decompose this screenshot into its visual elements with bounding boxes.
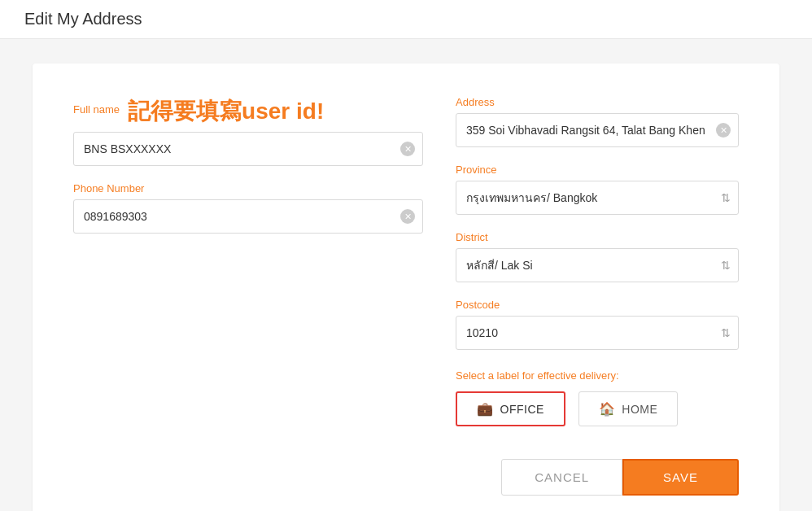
fullname-clear-icon[interactable]: ✕ — [400, 142, 415, 156]
fullname-input[interactable] — [73, 132, 423, 166]
save-button[interactable]: SAVE — [622, 459, 739, 496]
postcode-select[interactable]: 10210 — [456, 316, 739, 350]
phone-clear-icon[interactable]: ✕ — [400, 209, 415, 224]
delivery-label-title: Select a label for effective delivery: — [456, 369, 739, 382]
office-icon: 💼 — [477, 401, 494, 417]
province-label: Province — [456, 164, 739, 176]
phone-input[interactable] — [73, 199, 423, 234]
cancel-button[interactable]: CANCEL — [501, 459, 622, 496]
notice-text: 記得要填寫user id! — [128, 96, 324, 127]
office-label-button[interactable]: 💼 OFFICE — [456, 391, 565, 426]
phone-label: Phone Number — [73, 182, 423, 194]
form-card: Full name 記得要填寫user id! ✕ Phone Number — [33, 63, 779, 511]
home-label-text: HOME — [622, 403, 657, 416]
address-input[interactable] — [456, 113, 739, 147]
fullname-label: Full name — [73, 103, 120, 116]
address-clear-icon[interactable]: ✕ — [716, 123, 731, 138]
office-label-text: OFFICE — [500, 403, 544, 416]
home-icon: 🏠 — [599, 401, 616, 417]
province-select[interactable]: กรุงเทพมหานคร/ Bangkok — [456, 181, 739, 215]
postcode-label: Postcode — [456, 299, 739, 311]
district-label: District — [456, 231, 739, 243]
district-select[interactable]: หลักสี่/ Lak Si — [456, 248, 739, 282]
home-label-button[interactable]: 🏠 HOME — [578, 391, 679, 426]
page-title: Edit My Address — [24, 10, 142, 28]
address-label: Address — [456, 96, 739, 108]
